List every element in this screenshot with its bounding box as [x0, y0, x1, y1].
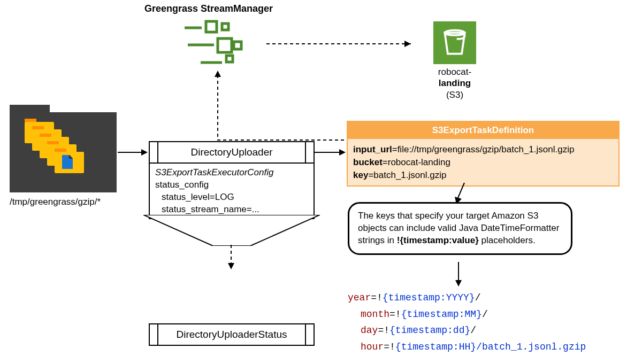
code-line-hour: hour=!{timestamp:HH}/batch_1.jsonl.gzip	[348, 339, 586, 355]
s3def-key: key=batch_1.jsonl.gzip	[353, 169, 613, 182]
svg-rect-2	[234, 42, 241, 49]
s3def-input-url: input_url=file://tmp/greengrass/gzip/bat…	[353, 143, 613, 156]
svg-marker-15	[143, 215, 320, 246]
svg-rect-1	[206, 21, 217, 32]
note-text-after-prefix: strings in	[358, 235, 397, 245]
s3-bucket: robocat-landing (S3)	[423, 21, 487, 100]
svg-marker-14	[339, 149, 346, 156]
svg-marker-18	[215, 71, 221, 77]
s3-bucket-label: robocat-landing (S3)	[423, 66, 487, 100]
svg-rect-3	[222, 24, 228, 30]
directory-uploader-box: DirectoryUploader S3ExportTaskExecutorCo…	[149, 141, 315, 219]
arrow-note-to-code	[452, 262, 465, 288]
uploader-config-line3: status_stream_name=...	[155, 204, 308, 216]
note-placeholder: !{timestamp:value}	[397, 235, 479, 245]
source-folder: /tmp/greengrass/gzip/*	[10, 112, 127, 203]
svg-marker-12	[141, 149, 148, 156]
uploader-config-title: S3ExportTaskExecutorConfig	[155, 167, 308, 179]
s3-export-task-definition: S3ExportTaskDefinition input_url=file://…	[347, 121, 620, 187]
note-text-before: The keys that specify your target Amazon…	[358, 211, 559, 233]
s3def-bucket: bucket=robocat-landing	[353, 156, 613, 169]
note-text-after-suffix: placeholders.	[479, 235, 536, 245]
arrow-task-to-greengrass	[211, 71, 361, 145]
uploader-config-line2: status_level=LOG	[155, 191, 308, 204]
arrow-uploader-to-s3def	[315, 147, 348, 158]
greengrass-icon	[185, 17, 265, 71]
code-line-year: year=!{timestamp:YYYY}/	[348, 290, 586, 306]
arrow-funnel-to-status	[225, 245, 238, 270]
directory-uploader-status-box: DirectoryUploaderStatus	[149, 323, 315, 346]
bucket-icon	[433, 21, 476, 64]
svg-marker-9	[404, 41, 411, 47]
funnel	[143, 215, 320, 246]
arrow-greengrass-to-s3	[266, 38, 422, 49]
diagram-title: Greengrass StreamManager	[144, 3, 273, 14]
key-pattern-code: year=!{timestamp:YYYY}/ month=!{timestam…	[348, 290, 586, 355]
folder-path-label: /tmp/greengrass/gzip/*	[10, 197, 127, 207]
s3def-header: S3ExportTaskDefinition	[348, 122, 618, 139]
svg-marker-17	[228, 263, 234, 269]
code-line-month: month=!{timestamp:MM}/	[348, 306, 586, 323]
svg-marker-22	[455, 280, 462, 286]
code-line-day: day=!{timestamp:dd}/	[348, 322, 586, 339]
svg-rect-4	[226, 56, 233, 62]
uploader-config-line1: status_config	[155, 179, 308, 191]
svg-rect-0	[218, 38, 232, 52]
uploader-name: DirectoryUploader	[150, 142, 314, 164]
note-bubble: The keys that specify your target Amazon…	[348, 202, 572, 255]
